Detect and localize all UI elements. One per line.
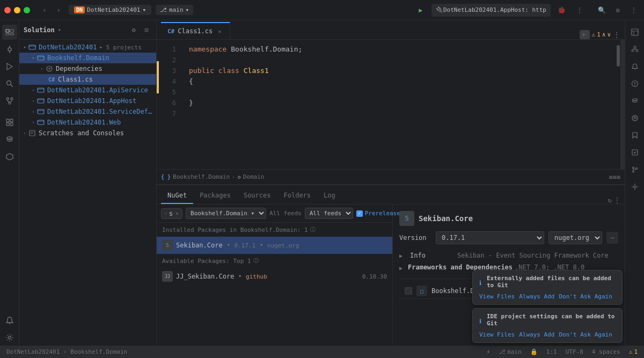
close-window-btn[interactable] (4, 7, 11, 13)
version-select[interactable]: 0.17.1 (436, 231, 544, 244)
tree-item-bookshelf-domain[interactable]: ▾ Bookshelf.Domain (19, 53, 156, 63)
minimize-window-btn[interactable] (14, 7, 20, 13)
bottom-more-btn[interactable]: ⋮ (614, 196, 620, 204)
db-gutter-icon[interactable] (627, 93, 642, 108)
editor-scrollbar[interactable] (616, 40, 620, 169)
tree-item-apphost[interactable]: › DotNetLab202401.AppHost (19, 96, 156, 106)
editor-fold-btn[interactable]: ⊢ (580, 30, 590, 39)
remove-pkg-btn[interactable]: − (606, 232, 618, 244)
warning-indicator[interactable]: ⚠ 1 ∧ ∨ (592, 31, 611, 38)
problems-gutter-icon[interactable] (627, 76, 642, 91)
minimap-toggle[interactable]: ≡≡≡ (609, 173, 620, 181)
more-run-btn[interactable]: ⋮ (572, 4, 587, 17)
sidebar-icon-services[interactable] (2, 149, 17, 164)
editor-more-btn[interactable]: ⋮ (613, 31, 620, 39)
breadcrumb-symbol[interactable]: ◇ Domain (238, 173, 265, 180)
status-branch[interactable]: ⎇ main (496, 348, 524, 355)
available-section-header: Available Packages: Top 1 ⓘ (157, 254, 392, 268)
editor-toolbar-actions: ⊢ ⚠ 1 ∧ ∨ ⋮ (580, 30, 625, 39)
run-btn[interactable]: ▶ (413, 4, 428, 17)
forward-btn[interactable]: › (53, 4, 64, 16)
status-indent[interactable]: 4 spaces (590, 348, 623, 355)
bookmarks-gutter-icon[interactable] (627, 128, 642, 143)
toast-0-link-dontask[interactable]: Don't Ask Again (559, 293, 612, 300)
more-btn[interactable]: ⋮ (628, 4, 640, 16)
minimap[interactable] (620, 40, 625, 169)
panel-collapse-btn[interactable]: ⊡ (141, 25, 152, 35)
color-gutter-icon[interactable] (627, 111, 642, 126)
back-btn[interactable]: ‹ (39, 4, 50, 16)
status-encoding[interactable]: UTF-8 (564, 348, 586, 355)
run-target-selector[interactable]: 🔌 DotNetLab202401.AppHost: http (431, 4, 551, 17)
status-warning[interactable]: ⚠ 1 (627, 348, 640, 355)
prerelease-checkbox[interactable]: ✓ (356, 210, 363, 217)
sidebar-icon-search[interactable] (2, 76, 17, 91)
tab-folders[interactable]: Folders (277, 188, 318, 204)
endpoint-gutter-icon[interactable] (627, 179, 642, 194)
nuget-scope-select[interactable]: Bookshelf.Domain ▾ (186, 208, 266, 219)
toast-0-links: View Files Always Add Don't Ask Again (479, 293, 616, 300)
status-power-btn[interactable]: ⚡ (485, 348, 493, 355)
tree-item-web[interactable]: › DotNetLab202401.Web (19, 117, 156, 128)
toast-0-link-view[interactable]: View Files (479, 293, 515, 300)
status-project-path[interactable]: DotNetLab202401 › Bookshelf.Domain (4, 348, 129, 355)
inst-pkg-checkbox[interactable] (405, 287, 412, 295)
search-btn[interactable]: 🔍 (596, 4, 608, 16)
sidebar-icon-project[interactable] (2, 25, 17, 40)
sidebar-icon-settings[interactable] (2, 330, 17, 345)
tab-label: Class1.cs (178, 27, 213, 35)
nuget-available-pkg-0[interactable]: JJ JJ_Sekiban.Core • github 0.10.30 (157, 268, 392, 285)
toast-1-link-always[interactable]: Always Add (519, 331, 554, 338)
structure-icon[interactable] (627, 25, 642, 40)
tab-nuget[interactable]: NuGet (161, 188, 193, 204)
settings-btn[interactable]: ⚙ (612, 4, 624, 16)
tab-close-btn[interactable]: ✕ (216, 27, 223, 35)
tree-item-apiservice[interactable]: › DotNetLab202401.ApiService (19, 85, 156, 96)
jj-sekiban-info: JJ_Sekiban.Core • github (176, 273, 359, 280)
code-content[interactable]: namespace Bookshelf.Domain; public class… (182, 40, 616, 169)
tree-item-class1cs[interactable]: C# Class1.cs (19, 74, 156, 85)
sidebar-icon-plugins[interactable] (2, 115, 17, 130)
status-line-col[interactable]: 1:1 (544, 348, 559, 355)
status-lock[interactable]: 🔒 (528, 348, 540, 355)
toast-1-link-view[interactable]: View Files (479, 331, 515, 338)
hierarchy-icon[interactable] (627, 42, 642, 57)
tab-packages[interactable]: Packages (193, 188, 237, 204)
tree-item-dependencies[interactable]: › Dependencies (19, 63, 156, 74)
editor-tab-class1cs[interactable]: C# Class1.cs ✕ (161, 22, 230, 39)
debug-btn[interactable]: 🐞 (554, 4, 569, 17)
nuget-feeds-select[interactable]: All feeds (305, 208, 353, 219)
svg-rect-13 (6, 119, 9, 122)
tree-root[interactable]: ▾ DotNetLab202401 • 5 projects (19, 42, 156, 53)
nuget-search-input[interactable] (169, 210, 173, 217)
project-selector[interactable]: DN DotNetLab202401 ▾ (69, 5, 151, 15)
toast-0-link-always[interactable]: Always Add (519, 293, 554, 300)
panel-gear-btn[interactable]: ⚙ (128, 25, 139, 35)
notifications-gutter-icon[interactable] (627, 59, 642, 74)
toast-1-link-dontask[interactable]: Don't Ask Again (559, 331, 612, 338)
source-select[interactable]: nuget.org (548, 231, 602, 244)
servicedefaults-label: DotNetLab202401.ServiceDefaults (47, 108, 154, 115)
nuget-feeds-label: All feeds (269, 210, 302, 217)
sidebar-icon-database[interactable] (2, 132, 17, 147)
tab-sources[interactable]: Sources (237, 188, 277, 204)
sidebar-icon-git[interactable] (2, 93, 17, 108)
tab-log[interactable]: Log (317, 188, 342, 204)
todo-gutter-icon[interactable] (627, 145, 642, 160)
breadcrumb-separator: › (232, 173, 236, 180)
maximize-window-btn[interactable] (24, 7, 30, 13)
nuget-installed-pkg-0[interactable]: S Sekiban.Core • 0.17.1 • nuget.org (157, 237, 392, 254)
nuget-search-clear[interactable]: ✕ (175, 210, 179, 216)
warning-chevron: ∧ (602, 31, 606, 38)
nuget-search-box[interactable]: ✕ (161, 208, 182, 219)
bottom-refresh-btn[interactable]: ↻ (608, 196, 612, 204)
breadcrumb-namespace[interactable]: { } Bookshelf.Domain (161, 173, 230, 180)
info-row[interactable]: ▶ Info Sekiban - Event Sourcing Framewor… (399, 250, 618, 261)
tree-item-servicedefaults[interactable]: › DotNetLab202401.ServiceDefaults (19, 106, 156, 117)
tree-item-scratches[interactable]: › Scratches and Consoles (19, 128, 156, 138)
sidebar-icon-run[interactable] (2, 59, 17, 74)
sidebar-icon-notifications[interactable] (2, 313, 17, 328)
sidebar-icon-commit[interactable] (2, 42, 17, 57)
git-gutter-icon[interactable] (627, 162, 642, 177)
branch-selector[interactable]: ⎇ main ▾ (156, 5, 193, 15)
